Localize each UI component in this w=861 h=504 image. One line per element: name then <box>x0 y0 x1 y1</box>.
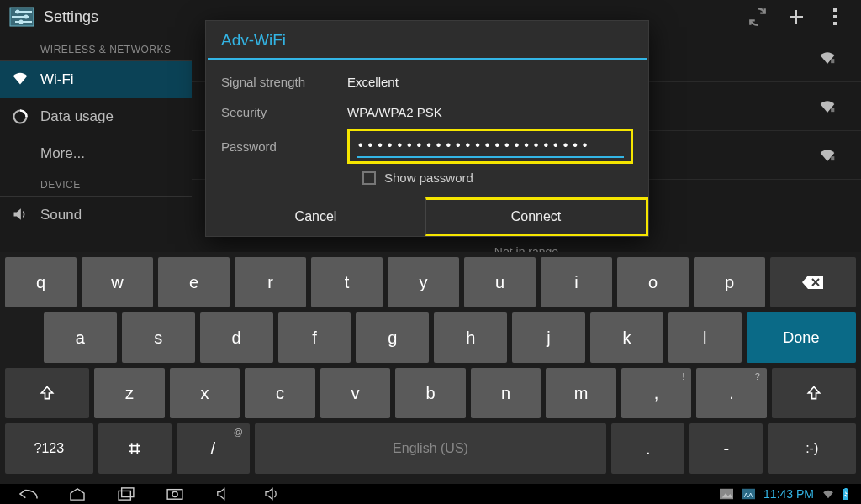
keyboard-row-2: a s d f g h j k l Done <box>5 312 856 363</box>
sidebar-item-data-usage[interactable]: Data usage <box>0 98 192 135</box>
svg-rect-11 <box>833 22 837 25</box>
key-q[interactable]: q <box>5 257 77 307</box>
keyboard-row-1: q w e r t y u i o p <box>5 257 856 307</box>
key-v[interactable]: v <box>320 368 391 418</box>
key-o[interactable]: o <box>617 257 689 307</box>
volume-down-icon[interactable] <box>207 484 240 504</box>
keyboard-row-4: ?123 /@ English (US) . - :-) <box>5 423 856 474</box>
password-label: Password <box>221 139 347 154</box>
wifi-signal-icon <box>819 149 836 161</box>
key-dash[interactable]: - <box>689 423 763 474</box>
data-usage-icon <box>12 108 29 125</box>
svg-point-25 <box>172 491 177 496</box>
key-t[interactable]: t <box>311 257 383 307</box>
key-n[interactable]: n <box>471 368 541 418</box>
key-shift-left[interactable] <box>5 368 89 418</box>
sidebar-item-label: Wi-Fi <box>40 71 74 88</box>
wifi-signal-icon <box>819 100 836 113</box>
key-p[interactable]: p <box>694 257 765 307</box>
key-shift-right[interactable] <box>772 368 856 418</box>
settings-app-icon <box>7 4 37 29</box>
show-password-label: Show password <box>384 171 473 185</box>
svg-rect-23 <box>122 488 134 497</box>
key-done[interactable]: Done <box>747 312 856 363</box>
key-input-method[interactable] <box>98 423 172 474</box>
svg-rect-31 <box>845 488 848 490</box>
svg-rect-13 <box>831 59 834 63</box>
security-label: Security <box>221 105 347 119</box>
key-d[interactable]: d <box>200 312 273 363</box>
back-button[interactable] <box>12 484 45 504</box>
key-comma[interactable]: ,! <box>621 368 692 418</box>
svg-rect-9 <box>833 8 837 12</box>
security-value: WPA/WPA2 PSK <box>347 105 442 119</box>
key-w[interactable]: w <box>82 257 153 307</box>
svg-rect-15 <box>831 156 834 160</box>
actionbar-title: Settings <box>44 8 98 26</box>
password-input[interactable] <box>357 136 624 158</box>
show-password-checkbox[interactable] <box>362 171 376 185</box>
add-network-icon[interactable] <box>777 0 816 34</box>
recents-button[interactable] <box>109 484 143 504</box>
home-button[interactable] <box>61 484 94 504</box>
svg-rect-22 <box>119 491 130 500</box>
volume-up-icon[interactable] <box>256 484 289 504</box>
show-password-row[interactable]: Show password <box>362 171 633 185</box>
key-smiley[interactable]: :-) <box>768 423 856 474</box>
refresh-scan-icon[interactable] <box>738 0 777 34</box>
svg-point-4 <box>24 15 29 19</box>
key-period[interactable]: .? <box>696 368 767 418</box>
key-m[interactable]: m <box>546 368 616 418</box>
key-k[interactable]: k <box>590 312 663 363</box>
key-l[interactable]: l <box>668 312 742 363</box>
key-i[interactable]: i <box>541 257 612 307</box>
cancel-button[interactable]: Cancel <box>206 197 425 236</box>
system-bar: AA 11:43 PM <box>0 484 861 504</box>
sidebar-item-wifi[interactable]: Wi-Fi <box>0 61 192 98</box>
key-period-2[interactable]: . <box>611 423 684 474</box>
key-s[interactable]: s <box>122 312 195 363</box>
wifi-status-icon <box>822 489 834 499</box>
password-field-highlight <box>347 129 633 164</box>
key-r[interactable]: r <box>235 257 306 307</box>
key-u[interactable]: u <box>464 257 536 307</box>
wifi-icon <box>12 71 29 88</box>
sidebar-item-label: Data usage <box>40 108 114 125</box>
section-header-wireless: WIRELESS & NETWORKS <box>0 37 192 61</box>
svg-rect-10 <box>833 15 837 18</box>
sidebar-item-more[interactable]: More... <box>0 135 192 172</box>
connect-button[interactable]: Connect <box>425 197 648 236</box>
section-header-device: DEVICE <box>0 172 192 197</box>
sidebar-item-label: More... <box>40 145 85 162</box>
key-f[interactable]: f <box>278 312 351 363</box>
overflow-menu-icon[interactable] <box>816 0 854 34</box>
wifi-connect-dialog: Adv-WiFi Signal strength Excellent Secur… <box>205 20 649 237</box>
key-slash[interactable]: /@ <box>177 423 250 474</box>
key-symbols[interactable]: ?123 <box>5 423 93 474</box>
svg-rect-14 <box>831 108 834 112</box>
key-a[interactable]: a <box>44 312 117 363</box>
key-e[interactable]: e <box>158 257 230 307</box>
picture-status-icon <box>720 488 733 500</box>
key-backspace[interactable] <box>770 257 856 307</box>
svg-point-2 <box>16 10 20 14</box>
key-b[interactable]: b <box>395 368 466 418</box>
key-space[interactable]: English (US) <box>255 423 606 474</box>
svg-rect-24 <box>167 490 182 500</box>
soft-keyboard: q w e r t y u i o p a s d f g h j k l Do… <box>0 252 861 484</box>
sidebar-item-label: Sound <box>40 207 82 223</box>
key-h[interactable]: h <box>434 312 507 363</box>
screenshot-button[interactable] <box>158 484 192 504</box>
signal-strength-value: Excellent <box>347 75 399 89</box>
key-x[interactable]: x <box>170 368 240 418</box>
wifi-signal-icon <box>819 51 836 64</box>
sound-icon <box>12 207 29 223</box>
key-c[interactable]: c <box>245 368 315 418</box>
key-z[interactable]: z <box>94 368 165 418</box>
key-y[interactable]: y <box>388 257 459 307</box>
keyboard-row-3: z x c v b n m ,! .? <box>5 368 856 418</box>
key-g[interactable]: g <box>356 312 429 363</box>
clock: 11:43 PM <box>763 487 814 501</box>
key-j[interactable]: j <box>512 312 585 363</box>
sidebar-item-sound[interactable]: Sound <box>0 197 192 234</box>
